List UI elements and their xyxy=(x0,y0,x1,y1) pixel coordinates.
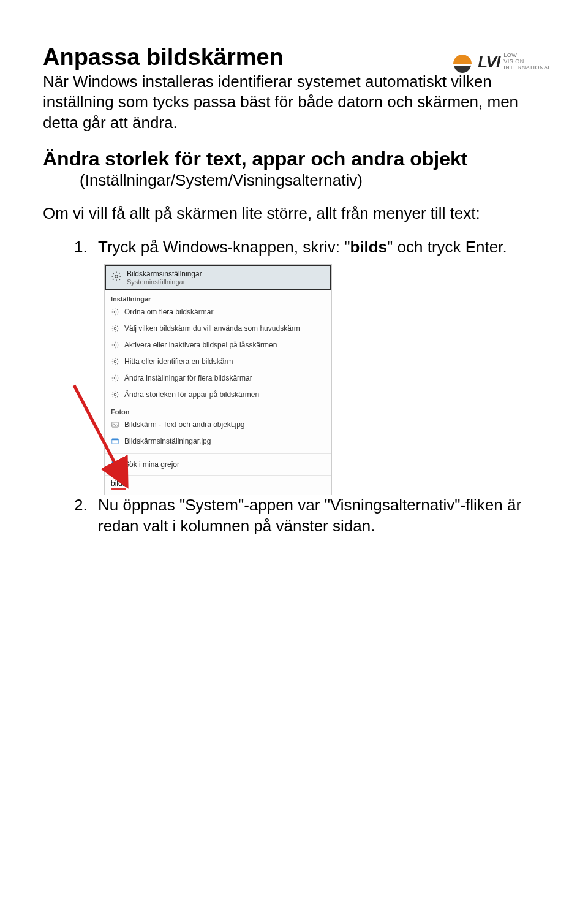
category-settings: Inställningar xyxy=(105,290,331,304)
step-1: Tryck på Windows-knappen, skriv: "bilds"… xyxy=(92,237,545,258)
gear-icon xyxy=(111,357,119,366)
lead-paragraph: Om vi vill få allt på skärmen lite störr… xyxy=(43,203,545,224)
settings-item[interactable]: Hitta eller identifiera en bildskärm xyxy=(105,354,331,370)
photo-item[interactable]: Bildskärmsinställningar.jpg xyxy=(105,433,331,450)
settings-item[interactable]: Ändra inställningar för flera bildskärma… xyxy=(105,370,331,387)
best-match-item[interactable]: Bildskärmsinställningar Systeminställnin… xyxy=(105,265,331,290)
svg-rect-9 xyxy=(112,439,119,440)
step-2: Nu öppnas "System"-appen var "Visningsal… xyxy=(92,495,545,537)
windows-icon xyxy=(111,460,119,469)
search-query: bilds xyxy=(111,479,126,490)
gear-icon xyxy=(111,271,122,282)
photo-item[interactable]: Bildskärm - Text och andra objekt.jpg xyxy=(105,417,331,433)
image-icon xyxy=(111,420,119,429)
intro-paragraph: När Windows installeras identifierar sys… xyxy=(43,72,545,133)
gear-icon xyxy=(111,341,119,349)
svg-point-4 xyxy=(114,361,116,363)
image-icon xyxy=(111,437,119,445)
sun-icon xyxy=(451,50,474,74)
settings-item[interactable]: Ändra storleken för appar på bildskärmen xyxy=(105,387,331,403)
gear-icon xyxy=(111,324,119,333)
best-match-title: Bildskärmsinställningar xyxy=(127,270,202,278)
breadcrumb: (Inställningar/System/Visningsalternativ… xyxy=(80,171,545,190)
settings-item[interactable]: Ordna om flera bildskärmar xyxy=(105,304,331,320)
svg-point-3 xyxy=(114,344,116,347)
brand-tagline: LOW VISION INTERNATIONAL xyxy=(503,53,551,71)
gear-icon xyxy=(111,390,119,399)
svg-point-0 xyxy=(115,275,118,278)
search-results-screenshot: Bildskärmsinställningar Systeminställnin… xyxy=(104,264,332,495)
svg-point-5 xyxy=(114,377,116,380)
svg-point-6 xyxy=(114,394,116,396)
settings-item[interactable]: Välj vilken bildskärm du vill använda so… xyxy=(105,320,331,337)
best-match-subtitle: Systeminställningar xyxy=(127,278,202,286)
category-photos: Foton xyxy=(105,403,331,417)
search-my-stuff-row[interactable]: Sök i mina grejor xyxy=(105,453,331,475)
svg-point-1 xyxy=(114,311,116,314)
search-input-area[interactable]: bilds xyxy=(105,475,331,495)
svg-point-2 xyxy=(114,328,116,330)
gear-icon xyxy=(111,374,119,382)
brand-logo: LVI LOW VISION INTERNATIONAL xyxy=(451,50,551,74)
brand-name: LVI xyxy=(478,54,500,70)
gear-icon xyxy=(111,308,119,316)
settings-item[interactable]: Aktivera eller inaktivera bildspel på lå… xyxy=(105,337,331,354)
section-heading: Ändra storlek för text, appar och andra … xyxy=(43,146,545,171)
